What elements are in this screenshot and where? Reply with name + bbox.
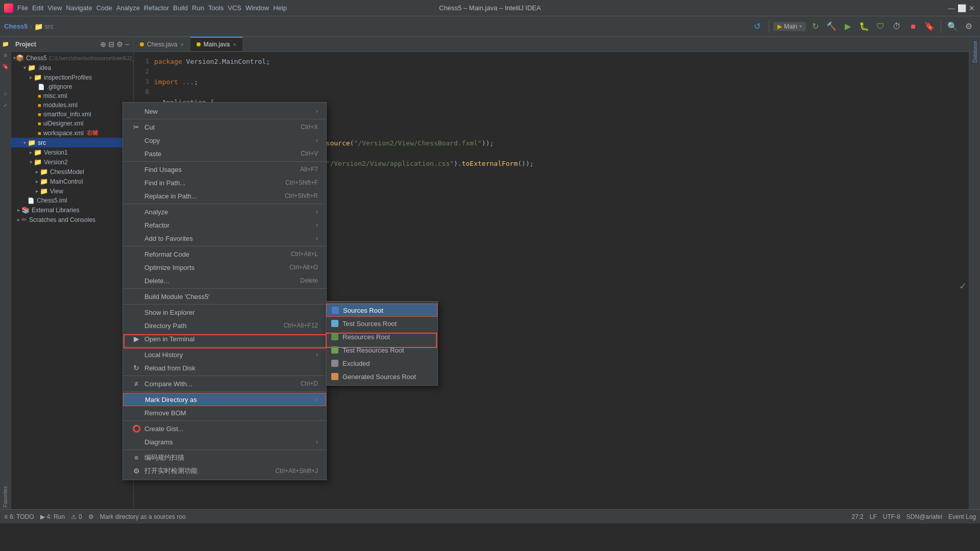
tree-gitignore[interactable]: ▸ 📄 .gitignore: [11, 82, 133, 91]
submenu-test-resources-root[interactable]: Test Resources Root: [326, 343, 437, 357]
ctx-optimize[interactable]: Optimize Imports Ctrl+Alt+O: [123, 261, 326, 274]
submenu-sources-root[interactable]: Sources Root: [326, 304, 437, 317]
ctx-copy[interactable]: Copy ›: [123, 134, 326, 147]
settings-project-icon[interactable]: ⚙: [116, 40, 123, 48]
project-icon[interactable]: 📁: [1, 39, 11, 49]
submenu-resources-root[interactable]: Resources Root: [326, 330, 437, 343]
line-ending[interactable]: LF: [870, 513, 877, 520]
menu-analyze[interactable]: Analyze: [116, 4, 140, 12]
menu-file[interactable]: File: [17, 4, 28, 12]
stop-button[interactable]: ■: [906, 19, 920, 34]
menu-navigate[interactable]: Navigate: [66, 4, 92, 12]
sync-status[interactable]: ⚙: [88, 513, 94, 520]
vcs-branch[interactable]: SDN@ariafei: [906, 513, 942, 520]
undo-button[interactable]: ↺: [750, 19, 765, 34]
ctx-analyze[interactable]: Analyze ›: [123, 205, 326, 218]
ctx-history[interactable]: Local History ›: [123, 348, 326, 361]
menu-run[interactable]: Run: [192, 4, 204, 12]
ctx-find-path[interactable]: Find in Path... Ctrl+Shift+F: [123, 176, 326, 189]
tree-inspection-profiles[interactable]: ▸ 📁 inspectionProfiles: [11, 72, 133, 82]
submenu-generated-sources-root[interactable]: Generated Sources Root: [326, 370, 437, 383]
ctx-build-module[interactable]: Build Module 'Chess5': [123, 290, 326, 303]
close-button[interactable]: ✕: [968, 4, 976, 12]
favorites-icon[interactable]: Favorites: [2, 484, 9, 509]
ctx-replace-path[interactable]: Replace in Path... Ctrl+Shift+R: [123, 189, 326, 203]
ctx-terminal[interactable]: ▶ Open in Terminal: [123, 332, 326, 345]
tree-version1[interactable]: ▸ 📁 Version1: [11, 147, 133, 157]
ctx-new[interactable]: New ›: [123, 105, 326, 118]
database-icon[interactable]: Database: [970, 39, 980, 65]
ctx-favorites[interactable]: Add to Favorites ›: [123, 232, 326, 245]
todo-status[interactable]: ≡ 6: TODO: [4, 513, 34, 520]
run-button[interactable]: ▶: [841, 19, 855, 34]
problems-status[interactable]: ⚠ 0: [71, 513, 82, 520]
ctx-diagrams[interactable]: Diagrams ›: [123, 435, 326, 448]
search-everywhere-button[interactable]: 🔍: [945, 19, 960, 34]
submenu-excluded[interactable]: Excluded: [326, 357, 437, 370]
profile-button[interactable]: ⏱: [890, 19, 904, 34]
submenu-test-sources-root[interactable]: Test Sources Root: [326, 317, 437, 330]
ctx-reload[interactable]: ↻ Reload from Disk: [123, 361, 326, 374]
settings-button[interactable]: ⚙: [962, 19, 976, 34]
tree-misc-xml[interactable]: ▸ ■ misc.xml: [11, 91, 133, 101]
git-icon[interactable]: ⑂: [1, 89, 11, 99]
tree-smartfox[interactable]: ▸ ■ smartfox_info.xml: [11, 110, 133, 119]
tree-maincontrol[interactable]: ▸ 📁 MainControl: [11, 177, 133, 186]
ctx-create-gist[interactable]: ⭕ Create Gist...: [123, 422, 326, 435]
tree-src[interactable]: ▾ 📁 src: [11, 138, 133, 147]
event-log[interactable]: Event Log: [948, 513, 976, 520]
ctx-paste[interactable]: Paste Ctrl+V: [123, 147, 326, 160]
menu-code[interactable]: Code: [96, 4, 112, 12]
tab-main-close[interactable]: ×: [233, 41, 236, 47]
tree-modules-xml[interactable]: ▸ ■ modules.xml: [11, 101, 133, 110]
build-button[interactable]: 🔨: [824, 19, 839, 34]
ctx-cut[interactable]: ✂ Cut Ctrl+X: [123, 120, 326, 134]
close-project-icon[interactable]: −: [125, 40, 129, 48]
maximize-button[interactable]: ⬜: [958, 4, 966, 12]
ctx-remove-bom[interactable]: Remove BOM: [123, 406, 326, 419]
coverage-button[interactable]: 🛡: [873, 19, 888, 34]
ctx-reformat[interactable]: Reformat Code Ctrl+Alt+L: [123, 247, 326, 261]
run-status[interactable]: ▶ 4: Run: [40, 513, 65, 520]
menu-edit[interactable]: Edit: [32, 4, 43, 12]
debug-button[interactable]: 🐛: [857, 19, 871, 34]
menu-vcs[interactable]: VCS: [228, 4, 241, 12]
menu-refactor[interactable]: Refactor: [144, 4, 169, 12]
tree-root-chess5[interactable]: ▾ 📦 Chess5 C:\Users\sherlock\source\Inte…: [11, 53, 133, 63]
ctx-show-explorer[interactable]: Show in Explorer: [123, 306, 326, 319]
ctx-realtime[interactable]: ⚙ 打开实时检测功能 Ctrl+Alt+Shift+J: [123, 464, 326, 478]
menu-window[interactable]: Window: [246, 4, 269, 12]
tab-main-java[interactable]: Main.java ×: [190, 37, 243, 51]
tree-ext-libs[interactable]: ▸ 📚 External Libraries: [11, 205, 133, 215]
ctx-dir-path[interactable]: Directory Path Ctrl+Alt+F12: [123, 319, 326, 332]
cursor-position[interactable]: 27:2: [851, 513, 863, 520]
tab-chess-java[interactable]: Chess.java ×: [134, 37, 190, 51]
tree-chess5-iml[interactable]: ▸ 📄 Chess5.iml: [11, 196, 133, 205]
menu-help[interactable]: Help: [273, 4, 287, 12]
tree-idea[interactable]: ▾ 📁 .idea: [11, 63, 133, 72]
menu-build[interactable]: Build: [173, 4, 188, 12]
bookmark-left-icon[interactable]: 🔖: [1, 61, 11, 71]
add-content-icon[interactable]: ⊕: [100, 40, 106, 48]
tree-uidesigner[interactable]: ▸ ■ uiDesigner.xml: [11, 119, 133, 128]
run-config-selector[interactable]: ▶ Main ▾: [773, 22, 806, 31]
tree-workspace[interactable]: ▸ ■ workspace.xml 右键: [11, 128, 133, 138]
ctx-delete[interactable]: Delete... Delete: [123, 274, 326, 287]
ctx-compare[interactable]: ≠ Compare With... Ctrl+D: [123, 377, 326, 390]
tree-version2[interactable]: ▾ 📁 Version2: [11, 157, 133, 167]
reload-button[interactable]: ↻: [808, 19, 822, 34]
menu-view[interactable]: View: [47, 4, 62, 12]
ctx-code-scan[interactable]: ≡ 编码规约扫描: [123, 451, 326, 464]
todo-icon[interactable]: ✓: [1, 100, 11, 110]
breadcrumb-src[interactable]: 📁src: [34, 22, 54, 31]
bookmark-button[interactable]: 🔖: [922, 19, 937, 34]
tree-scratches[interactable]: ▸ ✏ Scratches and Consoles: [11, 215, 133, 224]
tab-chess-close[interactable]: ×: [180, 41, 183, 47]
ctx-refactor[interactable]: Refactor ›: [123, 218, 326, 232]
structure-icon[interactable]: ≡: [1, 50, 11, 60]
collapse-all-icon[interactable]: ⊟: [108, 40, 114, 48]
encoding[interactable]: UTF-8: [883, 513, 900, 520]
ctx-find-usages[interactable]: Find Usages Alt+F7: [123, 163, 326, 176]
ctx-mark-directory[interactable]: Mark Directory as ›: [123, 393, 326, 406]
tree-chessmodel[interactable]: ▸ 📁 ChessModel: [11, 167, 133, 177]
